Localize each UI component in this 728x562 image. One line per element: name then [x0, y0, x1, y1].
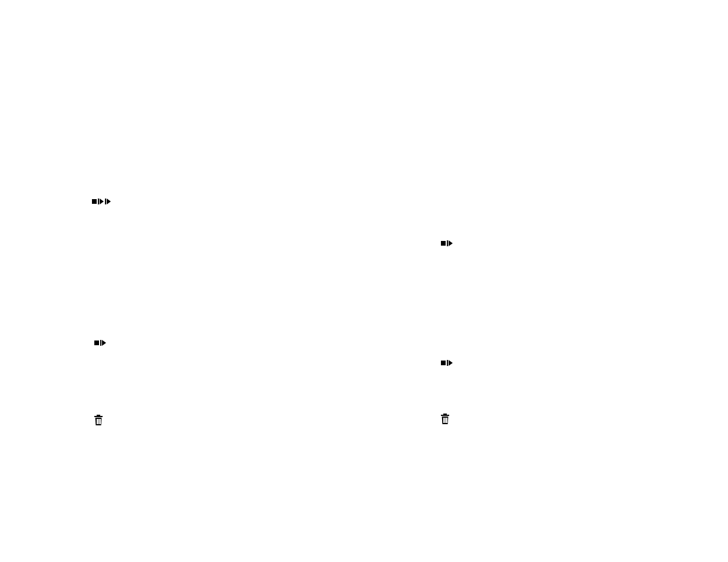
- trash-icon[interactable]: [94, 416, 103, 425]
- playback-controls: [441, 360, 453, 366]
- step-forward-icon[interactable]: [98, 199, 104, 204]
- trash-icon[interactable]: [441, 415, 449, 424]
- stop-icon[interactable]: [441, 361, 446, 365]
- step-forward-icon[interactable]: [447, 360, 453, 366]
- stop-icon[interactable]: [441, 241, 446, 246]
- step-forward-icon[interactable]: [105, 199, 111, 204]
- playback-controls: [92, 199, 111, 204]
- stop-icon[interactable]: [92, 199, 97, 204]
- step-forward-icon[interactable]: [100, 340, 106, 346]
- stop-icon[interactable]: [94, 340, 99, 345]
- playback-controls: [94, 340, 106, 346]
- playback-controls: [441, 240, 453, 246]
- step-forward-icon[interactable]: [447, 240, 453, 246]
